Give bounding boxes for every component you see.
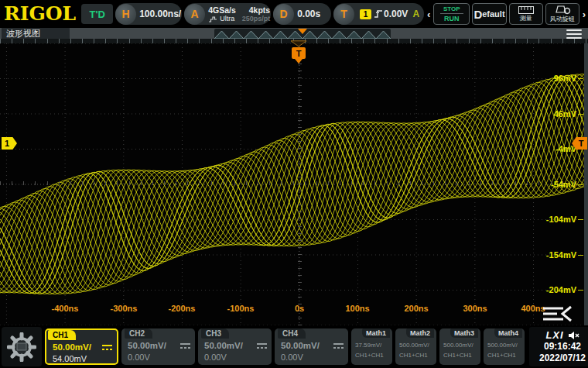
ch3-tab[interactable]: CH3 bbox=[201, 328, 229, 339]
acquire-mode-icon bbox=[208, 15, 218, 22]
knob-icon bbox=[554, 5, 571, 15]
math-card-math3[interactable]: Math3 500.00mV/ CH1+CH1 bbox=[439, 328, 480, 365]
time-label: -300ns bbox=[101, 304, 147, 313]
time-label: -200ns bbox=[159, 304, 205, 313]
time-label: 200ns bbox=[393, 304, 439, 313]
math-card-math1[interactable]: Math1 37.59mV/ CH1+CH1 bbox=[351, 328, 392, 365]
ch4-scale: 50.00mV/ bbox=[281, 340, 320, 352]
math2-tab[interactable]: Math2 bbox=[406, 328, 434, 338]
ch1-tab[interactable]: CH1 bbox=[48, 330, 76, 340]
top-status-bar: RIGOL T'D H 100.00ns/ A 4GSa/s 4kpts Ult… bbox=[0, 0, 588, 28]
rigol-logo: RIGOL bbox=[4, 0, 76, 28]
trigger-position-outline-icon bbox=[289, 40, 308, 47]
bottom-channel-bar: CH1 50.00mV/ 54.00mV CH2 50.00mV/ 0.00V … bbox=[0, 325, 588, 368]
display-menu-icon[interactable] bbox=[542, 305, 574, 322]
ch3-scale: 50.00mV/ bbox=[204, 340, 243, 352]
channel-card-ch1[interactable]: CH1 50.00mV/ 54.00mV bbox=[45, 328, 118, 365]
system-time: 09:16:42 bbox=[544, 341, 581, 353]
timebase-value: 100.00ns/ bbox=[139, 9, 181, 19]
trigger-slope-icon bbox=[374, 9, 384, 19]
delay-group[interactable]: D 0.00s bbox=[273, 3, 331, 25]
stop-run-button[interactable]: STOP RUN bbox=[433, 3, 470, 25]
math2-scale: 500.00mV/ bbox=[399, 340, 434, 350]
ch2-tab[interactable]: CH2 bbox=[125, 328, 152, 339]
math3-scale: 500.00mV/ bbox=[443, 340, 478, 350]
time-label: 300ns bbox=[452, 304, 498, 313]
math2-expr: CH1+CH1 bbox=[399, 350, 434, 360]
trigger-level: 0.00V bbox=[384, 9, 408, 19]
toolbar-prev-arrow[interactable]: ‹ bbox=[426, 9, 431, 20]
math1-expr: CH1+CH1 bbox=[355, 350, 390, 360]
d-knob-icon[interactable]: D bbox=[273, 4, 294, 25]
measure-button[interactable]: 测量 bbox=[509, 3, 543, 25]
sample-rate: 4GSa/s bbox=[208, 6, 236, 15]
ch4-tab[interactable]: CH4 bbox=[278, 328, 306, 339]
dc-coupling-icon bbox=[180, 343, 190, 349]
acquisition-group[interactable]: A 4GSa/s 4kpts Ultra 250ps/pt bbox=[184, 3, 271, 25]
math4-scale: 500.00mV/ bbox=[487, 340, 522, 350]
memory-depth: 4kpts bbox=[249, 6, 270, 15]
ch2-scale: 50.00mV/ bbox=[128, 340, 166, 352]
virtual-knob-button[interactable]: 风动旋钮 bbox=[545, 3, 579, 25]
system-date: 2022/07/12 bbox=[539, 353, 586, 364]
toolbar-next-arrow[interactable]: › bbox=[582, 9, 586, 20]
voltage-label: -154mV bbox=[546, 249, 576, 260]
center-vertical-axis-ticks bbox=[298, 43, 302, 325]
trigger-position-triangle-icon[interactable] bbox=[298, 29, 307, 34]
time-label: 0s bbox=[276, 304, 323, 313]
math4-tab[interactable]: Math4 bbox=[494, 328, 522, 338]
timebase-overview-bar[interactable] bbox=[214, 29, 391, 39]
h-knob-icon[interactable]: H bbox=[115, 4, 136, 25]
delay-value: 0.00s bbox=[297, 9, 320, 19]
acquire-mode: Ultra bbox=[220, 15, 234, 23]
lxi-label: LXI bbox=[545, 329, 563, 341]
a-knob-icon[interactable]: A bbox=[184, 4, 205, 25]
gear-icon bbox=[7, 332, 36, 362]
math3-tab[interactable]: Math3 bbox=[450, 328, 478, 338]
speaker-muted-icon bbox=[568, 331, 579, 340]
trigger-status-badge[interactable]: T'D bbox=[81, 4, 113, 24]
math4-expr: CH1+CH1 bbox=[487, 350, 522, 360]
waveform-view-tab[interactable]: 波形视图 bbox=[2, 28, 70, 39]
channel-card-ch2[interactable]: CH2 50.00mV/ 0.00V bbox=[121, 328, 195, 365]
voltage-label: 46mV bbox=[554, 108, 576, 119]
ch4-offset: 0.00V bbox=[281, 352, 344, 363]
settings-gear-button[interactable] bbox=[2, 327, 42, 366]
time-label: -400ns bbox=[42, 304, 88, 313]
channel-card-ch4[interactable]: CH4 50.00mV/ 0.00V bbox=[275, 328, 348, 365]
center-horizontal-axis-ticks bbox=[0, 181, 588, 185]
default-button[interactable]: Default bbox=[472, 3, 507, 25]
time-label: -100ns bbox=[217, 304, 264, 313]
trigger-sweep-mode: A bbox=[412, 9, 419, 19]
voltage-label: -104mV bbox=[546, 214, 576, 225]
voltage-label: -54mV bbox=[551, 179, 576, 190]
math-card-math2[interactable]: Math2 500.00mV/ CH1+CH1 bbox=[395, 328, 436, 365]
voltage-label: 96mV bbox=[554, 73, 576, 84]
t-knob-icon[interactable]: T bbox=[333, 4, 354, 25]
oscilloscope-screen: RIGOL T'D H 100.00ns/ A 4GSa/s 4kpts Ult… bbox=[0, 0, 588, 368]
horizontal-group[interactable]: H 100.00ns/ bbox=[115, 3, 182, 25]
ch2-offset: 0.00V bbox=[128, 352, 190, 363]
dc-coupling-icon bbox=[257, 343, 267, 349]
voltage-label: -204mV bbox=[546, 284, 576, 295]
ruler-icon bbox=[518, 6, 534, 14]
time-label: 100ns bbox=[334, 304, 381, 313]
math3-expr: CH1+CH1 bbox=[443, 350, 478, 360]
system-status-box[interactable]: LXI 09:16:42 2022/07/12 bbox=[529, 327, 588, 366]
dc-coupling-icon bbox=[333, 343, 344, 349]
ch1-scale: 50.00mV/ bbox=[53, 342, 91, 353]
math1-scale: 37.59mV/ bbox=[355, 340, 390, 350]
trigger-group[interactable]: T 1 0.00V A bbox=[333, 3, 424, 25]
dc-coupling-icon bbox=[102, 345, 112, 351]
math-card-math4[interactable]: Math4 500.00mV/ CH1+CH1 bbox=[484, 328, 525, 365]
trigger-flag-pointer-icon bbox=[295, 59, 303, 64]
ch3-offset: 0.00V bbox=[204, 352, 267, 363]
sample-resolution: 250ps/pt bbox=[242, 15, 271, 23]
trigger-flag[interactable]: T bbox=[292, 47, 306, 59]
menu-hamburger-icon[interactable] bbox=[566, 29, 582, 39]
math1-tab[interactable]: Math1 bbox=[362, 328, 390, 338]
ch1-offset: 54.00mV bbox=[53, 353, 112, 364]
channel-card-ch3[interactable]: CH3 50.00mV/ 0.00V bbox=[198, 328, 272, 365]
trigger-source-badge: 1 bbox=[360, 9, 371, 19]
